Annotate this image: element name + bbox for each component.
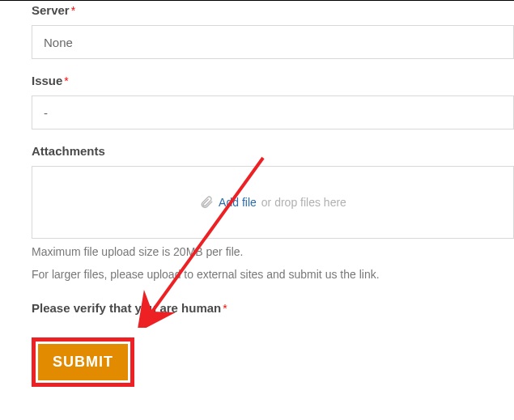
issue-field: Issue* -	[32, 74, 514, 129]
top-divider	[0, 0, 514, 1]
server-label-text: Server	[32, 3, 70, 17]
submit-highlight-box: SUBMIT	[32, 337, 134, 387]
paperclip-icon	[199, 195, 214, 210]
issue-value: -	[44, 106, 48, 120]
issue-label-text: Issue	[32, 74, 62, 87]
drop-files-hint: or drop files here	[261, 196, 346, 209]
attachments-field: Attachments Add file or drop files here …	[32, 144, 514, 283]
human-verify-text: Please verify that you are human	[32, 301, 221, 315]
submit-button[interactable]: SUBMIT	[38, 344, 128, 380]
required-star: *	[223, 302, 227, 315]
server-select[interactable]: None	[32, 25, 514, 59]
server-value: None	[44, 36, 73, 49]
required-star: *	[71, 4, 75, 17]
add-file-link[interactable]: Add file	[219, 196, 257, 209]
server-field: Server* None	[32, 3, 514, 59]
required-star: *	[64, 74, 68, 87]
attachments-dropzone[interactable]: Add file or drop files here	[32, 166, 514, 239]
upload-help-1: Maximum file upload size is 20MB per fil…	[32, 244, 514, 261]
human-verify-label: Please verify that you are human*	[32, 301, 514, 315]
server-label: Server*	[32, 3, 514, 17]
issue-select[interactable]: -	[32, 95, 514, 129]
upload-help-2: For larger files, please upload to exter…	[32, 266, 514, 284]
issue-label: Issue*	[32, 74, 514, 87]
form-panel: Server* None Issue* - Attachments Add fi…	[0, 0, 514, 387]
attachments-label: Attachments	[32, 144, 514, 158]
